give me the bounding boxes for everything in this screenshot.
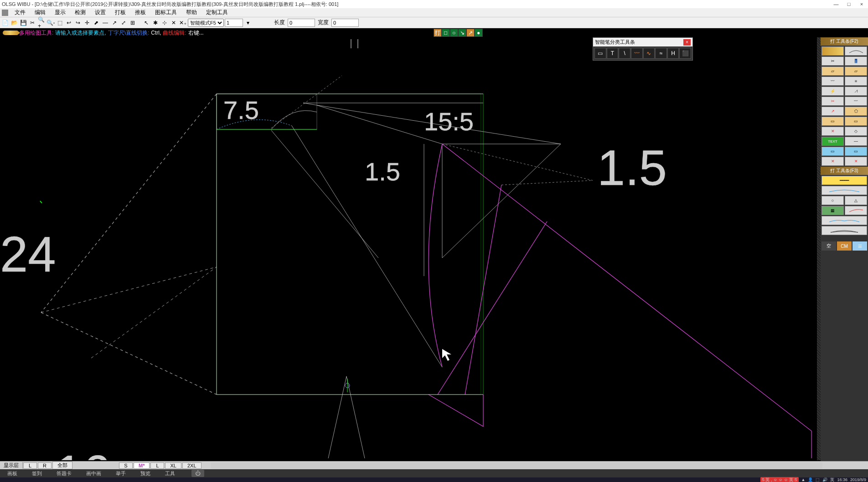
tab-pip[interactable]: 画中画 — [79, 469, 108, 478]
maximize-button[interactable]: □ — [844, 1, 853, 7]
length-input[interactable] — [288, 19, 315, 27]
power-button[interactable]: ⏻ — [191, 470, 204, 477]
size-2xl[interactable]: 2XL — [182, 462, 202, 469]
tool-shape-icon[interactable] — [822, 226, 867, 235]
size-r-btn[interactable]: R — [38, 462, 52, 469]
menu-grade[interactable]: 推板 — [130, 8, 150, 17]
menu-icon-tools[interactable]: 图标工具 — [150, 8, 181, 17]
mode-value-input[interactable] — [225, 19, 243, 27]
tool-tri-icon[interactable]: △ — [845, 196, 867, 205]
tab-answer[interactable]: 答题卡 — [49, 469, 79, 478]
tool-dart-icon[interactable]: ▭ — [822, 117, 844, 126]
tool-zigzag-icon[interactable]: ⩘ — [845, 87, 867, 96]
snap-icon[interactable]: ✱ — [151, 19, 160, 27]
panel-tool-wave2[interactable]: ∿ — [643, 48, 655, 59]
tool-dot-icon[interactable]: ○ — [822, 196, 844, 205]
menu-pattern[interactable]: 打板 — [110, 8, 130, 17]
size-s[interactable]: S — [119, 462, 133, 469]
zoom-out-icon[interactable]: 🔍- — [46, 19, 55, 27]
size-xl[interactable]: XL — [165, 462, 181, 469]
menu-settings[interactable]: 设置 — [90, 8, 110, 17]
menu-custom[interactable]: 定制工具 — [202, 8, 232, 17]
tool-pants-icon[interactable]: 👖 — [845, 56, 867, 66]
smart-pen-panel[interactable]: 智能笔分类工具条 × ▭ T \ 〰 ∿ ≈ H ⬛ — [593, 37, 693, 61]
snap2-icon[interactable]: ⊹ — [160, 19, 169, 27]
badge-4[interactable]: ↗ — [466, 29, 475, 37]
panel-tool-h[interactable]: H — [667, 48, 679, 59]
panel-close-button[interactable]: × — [683, 39, 691, 46]
unit-icon-button[interactable]: ☰ — [852, 241, 867, 251]
tool-zig-icon[interactable]: ⚡ — [822, 87, 844, 96]
tool-ruler-icon[interactable]: ━━━━ — [822, 176, 867, 185]
unit-cm-button[interactable]: CM — [837, 241, 852, 251]
pan-icon[interactable]: ⬈ — [92, 19, 100, 27]
ime-indicator[interactable]: S 英 , ☺ ☺ ☺ 英 S — [760, 477, 799, 482]
tool-notch-icon[interactable]: ✕ — [822, 127, 844, 136]
tool-text-icon[interactable]: TEXT — [822, 137, 844, 146]
tool-fold2-icon[interactable]: ▱ — [845, 67, 867, 76]
size-l-btn[interactable]: L — [23, 462, 37, 469]
tool-scissor-icon[interactable]: ✂ — [822, 56, 844, 66]
tool-notch2-icon[interactable]: ◇ — [845, 127, 867, 136]
resize-icon[interactable]: ⤢ — [119, 19, 128, 27]
tool-dart2-icon[interactable]: ▭ — [845, 117, 867, 126]
close-button[interactable]: × — [857, 1, 866, 7]
tool-fold-icon[interactable]: ▱ — [822, 67, 844, 76]
tab-preview[interactable]: 预览 — [133, 469, 158, 478]
canvas[interactable]: 7.5 15:5 1.5 1.5 24 16 — [0, 37, 821, 460]
tab-signin[interactable]: 签到 — [25, 469, 49, 478]
badge-2[interactable]: ○ — [450, 29, 458, 37]
panel-tool-wave3[interactable]: ≈ — [655, 48, 667, 59]
badge-0[interactable]: 打 — [434, 29, 442, 37]
panel-tool-rect[interactable]: ▭ — [594, 48, 606, 59]
tool-wave-icon[interactable]: 〰 — [822, 77, 844, 86]
panel-tool-t[interactable]: T — [607, 48, 619, 59]
pointer-icon[interactable]: ↖ — [142, 19, 150, 27]
tool-curve3-icon[interactable] — [822, 216, 867, 225]
menu-display[interactable]: 显示 — [50, 8, 70, 17]
tool-arc-icon[interactable] — [845, 46, 867, 56]
panel-tool-wave1[interactable]: 〰 — [631, 48, 643, 59]
move-icon[interactable]: ✛ — [83, 19, 91, 27]
line-icon[interactable]: — — [101, 19, 109, 27]
size-all-btn[interactable]: 全部 — [52, 461, 72, 469]
tool-seam-icon[interactable]: ↗ — [822, 107, 844, 116]
width-input[interactable] — [331, 19, 359, 27]
diag-icon[interactable]: ↗ — [110, 19, 119, 27]
tab-tools[interactable]: 工具 — [158, 469, 182, 478]
grid-icon[interactable]: ⊞ — [129, 19, 137, 27]
tool-curve2-icon[interactable] — [845, 206, 867, 215]
new-icon[interactable]: 📄 — [1, 19, 9, 27]
save-icon[interactable]: 💾 — [19, 19, 27, 27]
tool-sew-icon[interactable]: ≡ — [845, 77, 867, 86]
tool-seam2-icon[interactable]: ⬠ — [845, 107, 867, 116]
vertical-scrollbar[interactable] — [817, 37, 821, 460]
tool-cut-icon[interactable]: ✂ — [822, 97, 844, 106]
minimize-button[interactable]: — — [832, 1, 841, 7]
tab-canvas[interactable]: 画板 — [0, 469, 25, 478]
tool-sewing-icon[interactable]: 〰 — [845, 97, 867, 106]
zoom-in-icon[interactable]: 🔍+ — [37, 19, 46, 27]
badge-5[interactable]: ● — [475, 29, 483, 37]
tray-time[interactable]: 16:36 — [837, 477, 847, 482]
tray-lang-icon[interactable]: 英 — [830, 477, 834, 482]
tool-grain-icon[interactable]: — — [845, 137, 867, 146]
tool-pen-icon[interactable] — [822, 46, 844, 56]
cut-icon[interactable]: ✂ — [28, 19, 36, 27]
tool-mirror-icon[interactable]: ✕ — [822, 157, 844, 166]
tool-piece2-icon[interactable]: ▭ — [845, 147, 867, 156]
panel-tool-line[interactable]: \ — [619, 48, 630, 59]
tray-user-icon[interactable]: 👤 — [808, 477, 813, 482]
size-m[interactable]: M* — [134, 462, 150, 469]
tab-raise[interactable]: 举手 — [108, 469, 133, 478]
tray-up-icon[interactable]: ▲ — [801, 477, 806, 482]
dropdown-icon[interactable]: ▾ — [244, 19, 252, 27]
zoom-window-icon[interactable]: ⬚ — [56, 19, 64, 27]
size-l2[interactable]: L — [150, 462, 164, 469]
tray-net-icon[interactable]: ⬚ — [816, 477, 820, 482]
tool-mirror2-icon[interactable]: ✕ — [845, 157, 867, 166]
badge-1[interactable]: □ — [442, 29, 450, 37]
menu-help[interactable]: 帮助 — [181, 8, 202, 17]
unit-kong-button[interactable]: 空 — [822, 241, 836, 251]
badge-3[interactable]: ↘ — [458, 29, 466, 37]
